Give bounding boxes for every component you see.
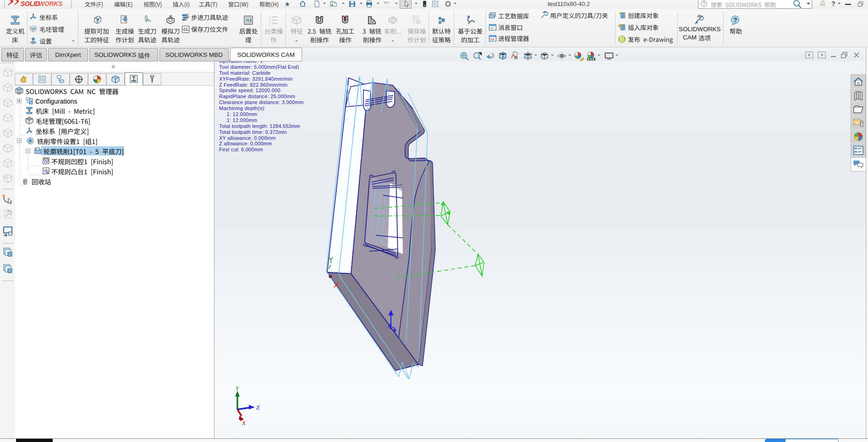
svg-text:Y: Y <box>236 385 240 392</box>
svg-text:2: 2 <box>269 19 271 22</box>
svg-text:1: 1 <box>269 16 271 19</box>
svg-text:CL: CL <box>183 27 188 32</box>
svg-text:WORKS: WORKS <box>38 0 63 7</box>
svg-text:Z: Z <box>256 404 260 411</box>
svg-text:X: X <box>242 420 246 426</box>
svg-text:G1: G1 <box>247 18 252 22</box>
svg-text:?: ? <box>734 17 737 23</box>
svg-text:SOLID: SOLID <box>21 0 39 7</box>
svg-text:3: 3 <box>269 22 271 25</box>
